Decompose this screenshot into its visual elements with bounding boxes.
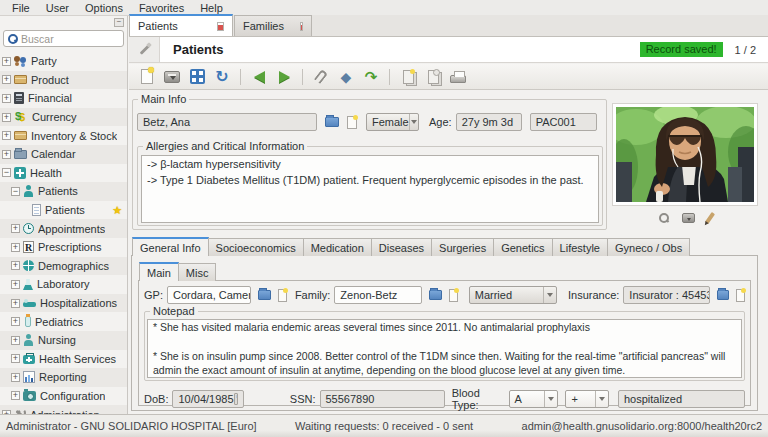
- open-party-folder-icon[interactable]: [325, 117, 339, 127]
- expander-icon[interactable]: +: [2, 131, 11, 140]
- tab-diseases[interactable]: Diseases: [371, 238, 432, 256]
- tab-surgeries[interactable]: Surgeries: [431, 238, 494, 256]
- open-family-folder-icon[interactable]: [429, 290, 441, 300]
- expander-icon[interactable]: +: [11, 391, 20, 400]
- expander-icon[interactable]: +: [11, 317, 20, 326]
- sidebar-item-patients[interactable]: −Patients: [0, 182, 127, 201]
- launch-action-button[interactable]: ↷: [362, 68, 380, 86]
- sidebar-item-party[interactable]: +Party: [0, 52, 127, 71]
- sex-select[interactable]: Female: [366, 113, 419, 131]
- sidebar-item-prescriptions[interactable]: +RPrescriptions: [0, 238, 127, 257]
- hospitalization-status-field[interactable]: hospitalized: [618, 390, 745, 408]
- subtab-main[interactable]: Main: [139, 262, 179, 281]
- clear-image-icon[interactable]: [704, 212, 714, 224]
- sidebar-item-calendar[interactable]: +Calendar: [0, 145, 127, 164]
- zoom-image-icon[interactable]: [659, 213, 669, 223]
- report-button[interactable]: [424, 68, 442, 86]
- subtab-misc[interactable]: Misc: [178, 263, 217, 281]
- sidebar-item-health[interactable]: −Health: [0, 164, 127, 183]
- tab-medication[interactable]: Medication: [303, 238, 372, 256]
- expander-icon[interactable]: −: [11, 187, 20, 196]
- sidebar-item-patients[interactable]: Patients★: [0, 201, 127, 220]
- new-insurance-icon[interactable]: [736, 289, 745, 302]
- new-party-icon[interactable]: [347, 116, 357, 129]
- relate-button[interactable]: [399, 68, 417, 86]
- age-field[interactable]: 27y 9m 3d: [456, 113, 522, 131]
- switch-view-button[interactable]: [188, 68, 206, 86]
- sidebar-item-configuration[interactable]: +Configuration: [0, 387, 127, 406]
- sidebar-item-currency[interactable]: +Currency: [0, 108, 127, 127]
- new-family-icon[interactable]: [449, 289, 458, 302]
- expander-icon[interactable]: +: [2, 94, 11, 103]
- sidebar-item-demographics[interactable]: +Demographics: [0, 257, 127, 276]
- menu-item-help[interactable]: Help: [192, 1, 231, 15]
- gp-field[interactable]: Cordara, Cameron: [167, 286, 251, 304]
- open-gp-folder-icon[interactable]: [258, 290, 270, 300]
- menu-item-favorites[interactable]: Favorites: [131, 1, 192, 15]
- expander-icon[interactable]: +: [11, 299, 20, 308]
- sidebar-item-health-services[interactable]: +Health Services: [0, 350, 127, 369]
- sidebar-item-reporting[interactable]: +Reporting: [0, 368, 127, 387]
- tab-general-info[interactable]: General Info: [132, 237, 209, 256]
- tab-socioeconomics[interactable]: Socioeconomics: [208, 238, 304, 256]
- ssn-field[interactable]: 55567890: [320, 390, 445, 408]
- expander-icon[interactable]: +: [2, 75, 11, 84]
- new-record-button[interactable]: [138, 68, 156, 86]
- save-record-button[interactable]: [163, 68, 181, 86]
- favorite-star-icon[interactable]: ★: [112, 204, 122, 217]
- tab-close-icon[interactable]: [217, 22, 224, 31]
- note-button[interactable]: ◆: [337, 68, 355, 86]
- tab-gyneco-obs[interactable]: Gyneco / Obs: [607, 238, 690, 256]
- marital-status-select[interactable]: Married: [469, 286, 557, 304]
- calendar-icon[interactable]: [234, 393, 238, 405]
- sidebar-item-product[interactable]: +Product: [0, 71, 127, 90]
- allergies-textarea[interactable]: -> β-lactam hypersensitivity-> Type 1 Di…: [141, 155, 599, 223]
- family-field[interactable]: Zenon-Betz: [334, 286, 422, 304]
- sidebar-item-inventory-stock[interactable]: +Inventory & Stock: [0, 126, 127, 145]
- expander-icon[interactable]: +: [11, 373, 20, 382]
- view-menu-button[interactable]: [129, 37, 160, 62]
- insurance-field[interactable]: Insurator : 4545321: [623, 286, 709, 304]
- expander-icon[interactable]: +: [2, 150, 11, 159]
- tab-lifestyle[interactable]: Lifestyle: [552, 238, 608, 256]
- window-tab-patients[interactable]: Patients: [129, 14, 233, 36]
- sidebar-item-pediatrics[interactable]: +Pediatrics: [0, 312, 127, 331]
- new-gp-icon[interactable]: [278, 289, 287, 302]
- tab-close-icon[interactable]: [300, 22, 303, 31]
- sidebar-item-laboratory[interactable]: +Laboratory: [0, 275, 127, 294]
- save-image-icon[interactable]: [682, 213, 695, 223]
- expander-icon[interactable]: +: [2, 113, 11, 122]
- expander-icon[interactable]: +: [11, 224, 20, 233]
- expander-icon[interactable]: +: [11, 336, 20, 345]
- expander-icon[interactable]: +: [11, 280, 20, 289]
- menu-item-options[interactable]: Options: [77, 1, 131, 15]
- sidebar-collapse-handle[interactable]: −: [114, 18, 124, 27]
- notepad-textarea[interactable]: * She has visited malaria endemic areas …: [147, 319, 742, 378]
- print-button[interactable]: [449, 68, 467, 86]
- reload-button[interactable]: ↻: [213, 68, 231, 86]
- attachment-button[interactable]: [312, 68, 330, 86]
- menu-item-user[interactable]: User: [38, 1, 77, 15]
- open-insurance-folder-icon[interactable]: [717, 290, 729, 300]
- expander-icon[interactable]: −: [2, 168, 11, 177]
- sidebar-item-label: Party: [31, 55, 57, 67]
- search-input[interactable]: Buscar: [3, 30, 124, 47]
- patient-name-field[interactable]: Betz, Ana: [137, 113, 317, 131]
- window-tab-families[interactable]: Families: [234, 15, 312, 36]
- menu-item-file[interactable]: File: [4, 1, 38, 15]
- sidebar-item-hospitalizations[interactable]: +Hospitalizations: [0, 294, 127, 313]
- expander-icon[interactable]: +: [11, 261, 20, 270]
- expander-icon[interactable]: +: [11, 243, 20, 252]
- blood-group-select[interactable]: A: [509, 390, 559, 408]
- expander-icon[interactable]: +: [11, 354, 20, 363]
- previous-record-button[interactable]: [250, 68, 268, 86]
- blood-rh-select[interactable]: +: [565, 390, 609, 408]
- tab-genetics[interactable]: Genetics: [493, 238, 552, 256]
- sidebar-item-financial[interactable]: +Financial: [0, 89, 127, 108]
- next-record-button[interactable]: [275, 68, 293, 86]
- dob-field[interactable]: 10/04/1985: [172, 390, 243, 408]
- puid-field[interactable]: PAC001: [530, 113, 597, 131]
- expander-icon[interactable]: +: [2, 57, 11, 66]
- sidebar-item-nursing[interactable]: +Nursing: [0, 331, 127, 350]
- sidebar-item-appointments[interactable]: +Appointments: [0, 219, 127, 238]
